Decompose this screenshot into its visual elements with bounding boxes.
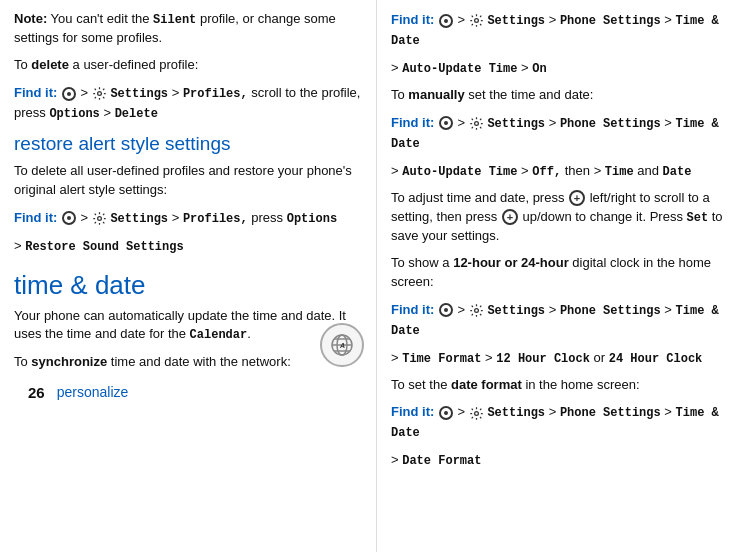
- hour-to: To show a: [391, 255, 453, 270]
- adjust-text3: up/down to change it. Press: [522, 209, 686, 224]
- find-it-2: Find it: > Settings > Profiles, press Op…: [14, 208, 364, 228]
- time-date-heading: time & date: [14, 270, 364, 301]
- arrow-5d: >: [391, 350, 402, 365]
- find1-options: Options: [49, 107, 99, 121]
- find3-auto-update: Auto-Update Time: [402, 62, 517, 76]
- find-it-2b: > Restore Sound Settings: [14, 236, 364, 256]
- sync-to: To: [14, 354, 31, 369]
- arrow-3e: >: [521, 60, 532, 75]
- find6-date-format: Date Format: [402, 454, 481, 468]
- find-it-label-1: Find it:: [14, 85, 57, 100]
- date-bold: date format: [451, 377, 522, 392]
- circle-dot-icon-2: [62, 211, 76, 225]
- delete-intro: To delete a user-defined profile:: [14, 56, 364, 75]
- time-text2: .: [247, 326, 251, 341]
- find4-phone-settings: Phone Settings: [560, 117, 661, 131]
- circle-dot-icon-1: [62, 87, 76, 101]
- arrow-4b: >: [549, 115, 560, 130]
- find-it-label-3: Find it:: [391, 12, 434, 27]
- date-intro: To set the date format in the home scree…: [391, 376, 742, 395]
- arrow-5e: >: [485, 350, 496, 365]
- arrow-3a: >: [458, 12, 469, 27]
- arrow-3d: >: [391, 60, 402, 75]
- note-text1: You can't edit the: [47, 11, 153, 26]
- manually-intro: To manually set the time and date:: [391, 86, 742, 105]
- find2-profiles: Profiles,: [183, 212, 248, 226]
- arrow-1a: >: [81, 85, 92, 100]
- time-text1: Your phone can automatically update the …: [14, 308, 346, 342]
- find6-settings: Settings: [487, 406, 545, 420]
- manually-text: set the time and date:: [465, 87, 594, 102]
- arrow-5b: >: [549, 302, 560, 317]
- arrow-3c: >: [664, 12, 675, 27]
- find-it-3: Find it: > Settings > Phone Settings > T…: [391, 10, 742, 50]
- find-it-4b: > Auto-Update Time > Off, then > Time an…: [391, 161, 742, 181]
- arrow-2a: >: [81, 210, 92, 225]
- find4-auto-update: Auto-Update Time: [402, 165, 517, 179]
- gear-icon-6: [469, 406, 484, 421]
- nav-icon-1: [569, 190, 585, 206]
- date-to: To set the: [391, 377, 451, 392]
- svg-point-1: [97, 216, 101, 220]
- svg-point-0: [97, 92, 101, 96]
- find3-on: On: [532, 62, 546, 76]
- arrow-1b: >: [172, 85, 183, 100]
- adjust-text: To adjust time and date, press left/righ…: [391, 189, 742, 246]
- delete-bold: delete: [31, 57, 69, 72]
- gear-icon-2: [92, 211, 107, 226]
- arrow-1c: >: [103, 105, 114, 120]
- find-it-label-6: Find it:: [391, 404, 434, 419]
- delete-text: a user-defined profile:: [69, 57, 198, 72]
- arrow-4a: >: [458, 115, 469, 130]
- gear-icon-5: [469, 303, 484, 318]
- delete-to: To: [14, 57, 31, 72]
- hour-intro: To show a 12-hour or 24-hour digital clo…: [391, 254, 742, 292]
- silent-label: Silent: [153, 13, 196, 27]
- page-label: personalize: [57, 384, 129, 400]
- find5-time-format: Time Format: [402, 352, 481, 366]
- find4-time: Time: [605, 165, 634, 179]
- page-number: 26: [28, 384, 45, 401]
- sync-text: To synchronize time and date with the ne…: [14, 353, 364, 372]
- gear-icon-4: [469, 116, 484, 131]
- arrow-6c: >: [664, 404, 675, 419]
- find1-settings: Settings: [110, 87, 168, 101]
- find3-settings: Settings: [487, 14, 545, 28]
- find2-restore: Restore Sound Settings: [25, 240, 183, 254]
- find4-date: Date: [663, 165, 692, 179]
- gear-icon-3: [469, 13, 484, 28]
- find-it-4: Find it: > Settings > Phone Settings > T…: [391, 113, 742, 153]
- arrow-5a: >: [458, 302, 469, 317]
- find-it-3b: > Auto-Update Time > On: [391, 58, 742, 78]
- find-it-6b: > Date Format: [391, 450, 742, 470]
- find5-or: or: [594, 350, 609, 365]
- arrow-4e: >: [521, 163, 532, 178]
- date-text: in the home screen:: [522, 377, 640, 392]
- network-icon: A: [320, 323, 364, 367]
- hour-bold: 12-hour or 24-hour: [453, 255, 569, 270]
- find1-delete: Delete: [115, 107, 158, 121]
- find4-then: then >: [565, 163, 605, 178]
- arrow-3b: >: [549, 12, 560, 27]
- svg-point-10: [474, 308, 478, 312]
- find4-settings: Settings: [487, 117, 545, 131]
- find4-and: and: [637, 163, 662, 178]
- find1-profiles: Profiles,: [183, 87, 248, 101]
- find-it-label-4: Find it:: [391, 115, 434, 130]
- circle-dot-icon-4: [439, 116, 453, 130]
- arrow-6b: >: [549, 404, 560, 419]
- nav-icon-2: [502, 209, 518, 225]
- find5-phone-settings: Phone Settings: [560, 304, 661, 318]
- find3-phone-settings: Phone Settings: [560, 14, 661, 28]
- arrow-2c: >: [14, 238, 25, 253]
- note-paragraph: Note: You can't edit the Silent profile,…: [14, 10, 364, 48]
- find5-12hour: 12 Hour Clock: [496, 352, 590, 366]
- find6-phone-settings: Phone Settings: [560, 406, 661, 420]
- find-it-6: Find it: > Settings > Phone Settings > T…: [391, 402, 742, 442]
- find5-24hour: 24 Hour Clock: [609, 352, 703, 366]
- circle-dot-icon-6: [439, 406, 453, 420]
- find2-press-text: press: [251, 210, 286, 225]
- find4-off: Off,: [532, 165, 561, 179]
- svg-point-11: [474, 411, 478, 415]
- note-label: Note:: [14, 11, 47, 26]
